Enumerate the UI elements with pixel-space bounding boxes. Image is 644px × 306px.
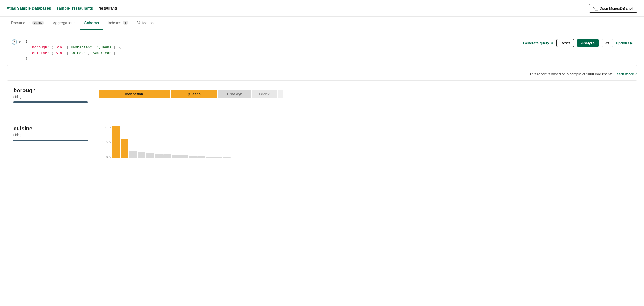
cuisine-bar-8 [172,155,180,158]
breadcrumb-sep-1: › [53,6,54,10]
breadcrumb-atlas[interactable]: Atlas Sample Databases [7,6,51,10]
borough-field-type: string [13,95,88,99]
code-line-1: { [26,39,122,45]
borough-field-left: borough string [13,87,88,107]
cuisine-field-left: cuisine string [13,126,88,146]
breadcrumb-sep-2: › [95,6,96,10]
tab-aggregations-label: Aggregations [53,21,75,25]
analyze-button[interactable]: Analyze [577,39,599,47]
borough-segment-brooklyn[interactable]: Brooklyn [218,90,251,98]
cuisine-bar-10 [189,156,197,158]
borough-segment-queens[interactable]: Queens [171,90,217,98]
cuisine-bar-5 [146,153,154,158]
query-editor: 🕐 ▼ { borough: { $in: ["Manhattan", "Que… [7,35,637,66]
report-text-after: documents. [595,72,614,76]
borough-segment-bronx[interactable]: Bronx [252,90,277,98]
borough-content-row: borough string Manhattan Queens Brooklyn… [13,87,631,107]
borough-field-name: borough [13,87,88,94]
code-line-4: } [26,56,122,62]
borough-field-right: Manhattan Queens Brooklyn Bronx [99,87,631,98]
cuisine-bar-2 [121,139,128,158]
tab-documents-badge: 25.4K [32,21,44,25]
open-shell-button[interactable]: >_ Open MongoDB shell [589,4,637,13]
tab-indexes[interactable]: Indexes 1 [103,17,133,30]
options-chevron-icon: ▶ [630,41,633,45]
cuisine-bar-11 [197,156,205,158]
open-shell-label: Open MongoDB shell [599,6,633,10]
cuisine-field-name: cuisine [13,126,88,132]
cuisine-field-type: string [13,133,88,137]
cuisine-bar-1 [112,126,120,158]
learn-more-link[interactable]: Learn more [615,72,634,76]
cuisine-field-card: cuisine string 21% 10.5% 0% [7,119,637,165]
page-header: Atlas Sample Databases › sample_restaura… [0,0,644,17]
cuisine-bar-9 [180,155,188,158]
tab-indexes-label: Indexes [108,21,121,25]
shell-icon: >_ [593,6,598,10]
code-toggle-button[interactable]: </> [602,39,613,47]
breadcrumb-collection: restaurants [99,6,118,10]
report-text-before: This report is based on a sample of [530,72,585,76]
breadcrumb: Atlas Sample Databases › sample_restaura… [7,6,118,10]
cuisine-bar-7 [163,154,171,158]
borough-segments: Manhattan Queens Brooklyn Bronx [99,90,631,98]
cuisine-bar-3 [129,151,137,158]
clock-icon: 🕐 [11,39,17,45]
cuisine-bar-12 [206,157,214,158]
options-label: Options [616,41,629,45]
borough-field-card: borough string Manhattan Queens Brooklyn… [7,80,637,114]
code-line-2: borough: { $in: ["Manhattan", "Queens"] … [26,45,122,51]
cuisine-bar-4 [138,152,145,158]
tab-schema[interactable]: Schema [80,17,103,30]
tab-indexes-badge: 1 [123,21,128,25]
tab-bar: Documents 25.4K Aggregations Schema Inde… [0,17,644,30]
code-line-3: cuisine: { $in: ["Chinese", "American"] … [26,51,122,56]
clock-chevron: ▼ [18,41,21,44]
cuisine-field-right: 21% 10.5% 0% [99,126,631,158]
y-label-bottom: 0% [99,155,111,158]
cuisine-chart-bars [112,126,631,158]
options-button[interactable]: Options ▶ [616,41,633,45]
y-label-top: 21% [99,126,111,129]
query-history-button[interactable]: 🕐 ▼ [11,39,21,45]
cuisine-bar-13 [214,157,222,158]
main-content: 🕐 ▼ { borough: { $in: ["Manhattan", "Que… [0,30,644,175]
external-link-icon: ↗ [635,73,637,76]
tab-documents-label: Documents [11,21,30,25]
tab-schema-label: Schema [84,21,99,25]
sparkle-icon: ✦ [550,41,554,45]
report-sample-count: 1000 [586,72,594,76]
tab-documents[interactable]: Documents 25.4K [7,17,48,30]
tab-aggregations[interactable]: Aggregations [48,17,80,30]
generate-query-label: Generate query [523,41,549,45]
cuisine-content-row: cuisine string 21% 10.5% 0% [13,126,631,158]
borough-segment-more[interactable] [278,90,283,98]
query-code-block[interactable]: { borough: { $in: ["Manhattan", "Queens"… [26,39,122,62]
cuisine-bar-6 [155,154,163,158]
generate-query-button[interactable]: Generate query ✦ [523,41,554,45]
borough-segment-manhattan[interactable]: Manhattan [99,90,170,98]
tab-validation-label: Validation [137,21,154,25]
query-actions: Generate query ✦ Reset Analyze </> Optio… [523,39,633,47]
tab-validation[interactable]: Validation [133,17,158,30]
query-editor-top: 🕐 ▼ { borough: { $in: ["Manhattan", "Que… [11,39,633,62]
borough-field-bar [13,101,88,103]
breadcrumb-db[interactable]: sample_restaurants [57,6,93,10]
cuisine-bar-14 [223,157,231,158]
report-info: This report is based on a sample of 1000… [7,70,637,80]
cuisine-field-bar [13,140,88,141]
y-label-mid: 10.5% [99,140,111,144]
reset-button[interactable]: Reset [556,39,574,47]
